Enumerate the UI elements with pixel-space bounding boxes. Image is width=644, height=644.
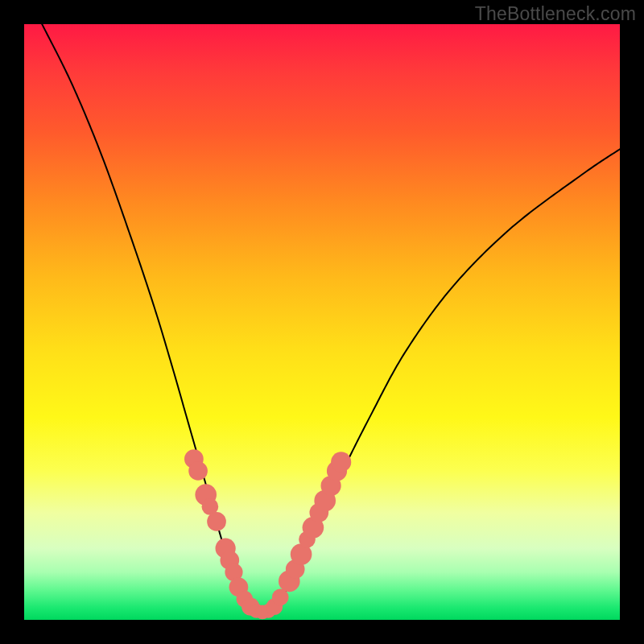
- marker-point: [207, 512, 226, 531]
- chart-frame: TheBottleneck.com: [0, 0, 644, 644]
- series-right-curve: [275, 149, 620, 608]
- watermark-text: TheBottleneck.com: [475, 3, 636, 25]
- marker-point: [188, 461, 208, 481]
- marker-point: [331, 452, 351, 472]
- plot-area: [24, 24, 620, 620]
- curve-layer: [42, 24, 620, 615]
- chart-svg: [24, 24, 620, 620]
- marker-layer: [184, 449, 351, 619]
